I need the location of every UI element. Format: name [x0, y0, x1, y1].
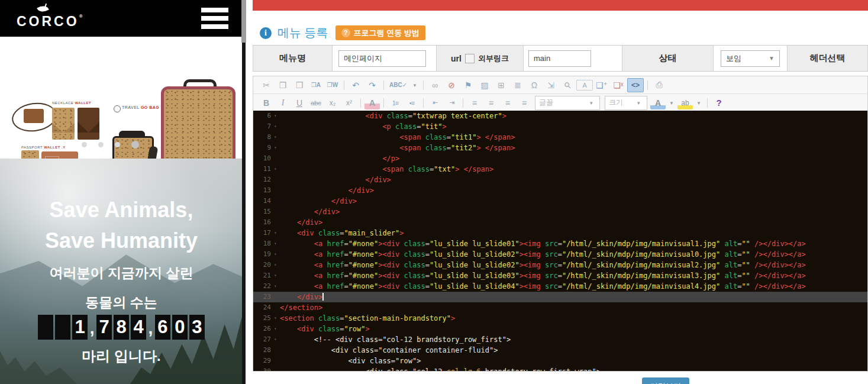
text-color-icon[interactable]: A	[650, 96, 666, 109]
superscript-icon[interactable]: x²	[341, 96, 357, 109]
maximize-icon[interactable]: ⇲	[543, 79, 559, 92]
paste-icon[interactable]: ❒	[292, 79, 307, 92]
code-line-18[interactable]: 18▾ <a href="#none"><div class="lu_slide…	[253, 238, 867, 249]
code-line-19[interactable]: 19▾ <a href="#none"><div class="lu_slide…	[253, 249, 867, 260]
preview-save-button[interactable]: 미리보기	[642, 377, 689, 384]
code-line-28[interactable]: 28 <div class="container container-fluid…	[253, 345, 867, 356]
align-left-icon[interactable]: ≡	[467, 96, 482, 109]
fold-arrow-icon[interactable]: ▾	[271, 270, 280, 281]
code-line-23[interactable]: 23 </div>	[253, 292, 867, 302]
fold-arrow-icon[interactable]: ▾	[271, 143, 280, 153]
find-icon[interactable]: ⚲	[557, 75, 577, 95]
font-family-dropdown[interactable]: 글꼴▾	[535, 96, 600, 110]
horizontal-line-icon[interactable]: ≣	[510, 79, 525, 92]
numbered-list-icon[interactable]: 1≡	[388, 96, 403, 109]
code-line-24[interactable]: 24</section>	[253, 302, 867, 313]
bullet-list-icon[interactable]: •≡	[404, 96, 420, 109]
menu-name-input[interactable]	[338, 50, 426, 67]
align-justify-icon[interactable]: ≡	[517, 96, 532, 109]
paste-text-icon[interactable]: ❒A	[308, 79, 324, 92]
redo-icon[interactable]: ↷	[364, 79, 380, 92]
code-line-7[interactable]: 7▾ <p class="tit">	[253, 121, 867, 132]
remove-comment-icon[interactable]: ❏ˣ	[611, 79, 626, 92]
code-line-11[interactable]: 11▾ <span class="txt"> </span>	[253, 164, 867, 175]
strikethrough-icon[interactable]: abc	[308, 96, 324, 109]
code-line-20[interactable]: 20▾ <a href="#none"><div class="lu_slide…	[253, 260, 867, 270]
source-code-area[interactable]: 6▾ <div class="txtwrap text-center">7▾ <…	[253, 111, 867, 371]
indent-icon[interactable]: ⇥	[444, 96, 459, 109]
preview-scrollbar-track[interactable]	[242, 0, 246, 384]
code-line-15[interactable]: 15 </div>	[253, 206, 867, 217]
fold-arrow-icon[interactable]: ▾	[271, 228, 280, 238]
underline-icon[interactable]: U	[292, 96, 307, 109]
code-line-8[interactable]: 8▾ <span class="tit1"> </span>	[253, 132, 867, 143]
subscript-icon[interactable]: x₂	[325, 96, 340, 109]
spellcheck-caret-icon[interactable]: ▾	[410, 79, 420, 92]
code-line-29[interactable]: 29 <div class="row">	[253, 356, 867, 366]
about-help-icon[interactable]: ?	[711, 96, 727, 109]
fold-arrow-icon[interactable]: ▾	[271, 334, 280, 345]
bg-color-icon[interactable]: ab	[677, 96, 693, 109]
code-line-26[interactable]: 26▾ <div class="row">	[253, 324, 867, 334]
code-line-9[interactable]: 9▾ <span class="tit2"> </span>	[253, 143, 867, 153]
link-icon[interactable]: ∞	[427, 79, 443, 92]
external-link-checkbox[interactable]	[465, 54, 475, 63]
table-icon[interactable]: ⊞	[493, 79, 509, 92]
code-line-30[interactable]: 30 <div class="col-12 col-lg-6 brandstor…	[253, 366, 867, 371]
align-right-icon[interactable]: ≡	[500, 96, 515, 109]
special-char-icon[interactable]: Ω	[527, 79, 542, 92]
bold-icon[interactable]: B	[259, 96, 274, 109]
code-line-13[interactable]: 13 </div>	[253, 185, 867, 196]
code-line-10[interactable]: 10 </p>	[253, 153, 867, 164]
slider-dot-active[interactable]	[131, 141, 139, 149]
preview-scrollbar-thumb[interactable]	[241, 0, 246, 43]
program-link-help-button[interactable]: ? 프로그램 연동 방법	[335, 25, 425, 40]
print-icon[interactable]: ⎙	[651, 79, 667, 92]
add-comment-icon[interactable]: ❏⁺	[594, 79, 609, 92]
text-color-caret-icon[interactable]: ▾	[667, 96, 676, 109]
fold-arrow-icon[interactable]: ▾	[271, 164, 280, 175]
code-line-25[interactable]: 25▾<section class="section-main-brandsto…	[253, 313, 867, 324]
code-line-6[interactable]: 6▾ <div class="txtwrap text-center">	[253, 111, 867, 121]
code-text: </div>	[280, 292, 324, 302]
code-line-17[interactable]: 17▾ <div class="main_slider">	[253, 228, 867, 238]
slider-dot[interactable]	[82, 142, 87, 147]
hamburger-menu-icon[interactable]	[201, 8, 228, 33]
code-line-21[interactable]: 21▾ <a href="#none"><div class="lu_slide…	[253, 270, 867, 281]
italic-icon[interactable]: I	[275, 96, 291, 109]
spellcheck-icon[interactable]: ABC✓	[388, 79, 409, 92]
code-line-14[interactable]: 14 </div>	[253, 196, 867, 206]
code-line-27[interactable]: 27▾ <!-- <div class="col-12 brandstory_r…	[253, 334, 867, 345]
fold-arrow-icon[interactable]: ▾	[271, 121, 280, 132]
line-number: 21	[253, 270, 271, 281]
slider-dot[interactable]	[115, 142, 120, 147]
code-line-22[interactable]: 22▾ <a href="#none"><div class="lu_slide…	[253, 281, 867, 292]
font-size-dropdown[interactable]: 크기▾	[605, 96, 647, 110]
bg-color-caret-icon[interactable]: ▾	[694, 96, 704, 109]
align-center-icon[interactable]: ≡	[483, 96, 499, 109]
cut-icon[interactable]: ✂	[259, 79, 274, 92]
fold-arrow-icon[interactable]: ▾	[271, 238, 280, 249]
outdent-icon[interactable]: ⇤	[427, 96, 443, 109]
select-all-icon[interactable]: A	[576, 80, 593, 91]
copy-icon[interactable]: ❐	[275, 79, 291, 92]
fold-arrow-icon[interactable]: ▾	[271, 313, 280, 324]
anchor-flag-icon[interactable]: ⚑	[460, 79, 476, 92]
status-select[interactable]: 보임 ▼	[721, 50, 780, 67]
code-line-16[interactable]: 16 </div>	[253, 217, 867, 228]
undo-icon[interactable]: ↶	[348, 79, 363, 92]
source-button[interactable]: <>	[627, 78, 644, 92]
image-icon[interactable]: ▨	[477, 79, 492, 92]
fold-arrow-icon[interactable]: ▾	[271, 132, 280, 143]
url-input[interactable]	[528, 50, 591, 67]
fold-arrow-icon[interactable]: ▾	[271, 111, 280, 121]
fold-arrow-icon[interactable]: ▾	[271, 281, 280, 292]
code-line-12[interactable]: 12 </div>	[253, 175, 867, 185]
fold-arrow-icon[interactable]: ▾	[271, 260, 280, 270]
slider-dot[interactable]	[98, 142, 104, 147]
paste-word-icon[interactable]: ❒W	[325, 79, 340, 92]
fold-arrow-icon[interactable]: ▾	[271, 249, 280, 260]
unlink-icon[interactable]: ⊘	[444, 79, 459, 92]
remove-format-icon[interactable]: A	[364, 96, 380, 109]
fold-arrow-icon[interactable]: ▾	[271, 324, 280, 334]
